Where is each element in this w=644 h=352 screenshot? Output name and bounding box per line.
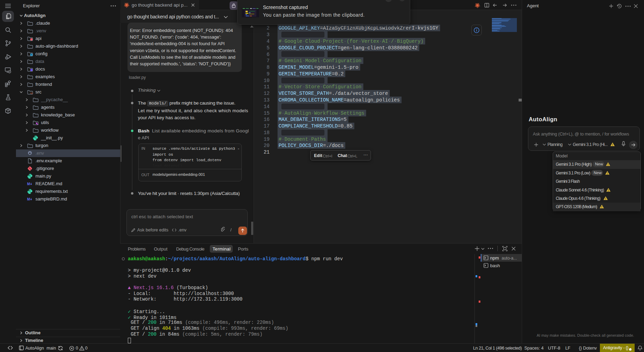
svg-text:M: M <box>27 197 30 201</box>
svg-text:</>: </> <box>30 92 33 95</box>
svg-text:M: M <box>27 182 30 186</box>
